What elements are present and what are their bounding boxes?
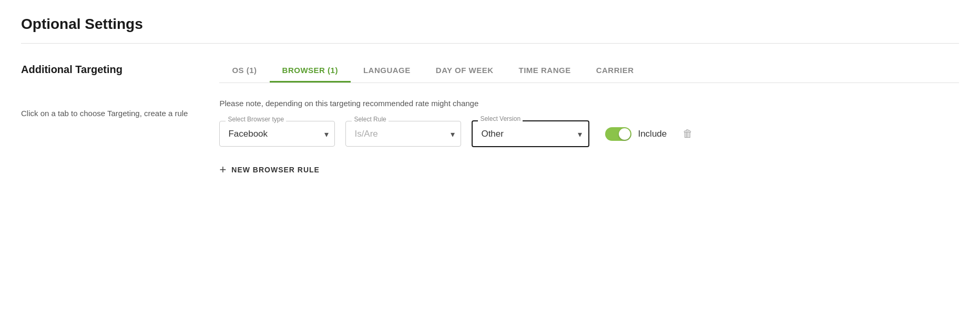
- add-browser-rule-button[interactable]: + NEW BROWSER RULE: [219, 163, 959, 177]
- include-label: Include: [638, 129, 667, 139]
- browser-type-select[interactable]: Facebook: [219, 121, 335, 147]
- hint-text: Please note, depending on this targeting…: [219, 99, 959, 108]
- add-rule-label: NEW BROWSER RULE: [231, 166, 320, 174]
- tab-time_range[interactable]: TIME RANGE: [506, 59, 583, 83]
- tab-browser[interactable]: BROWSER (1): [270, 59, 351, 83]
- add-icon: +: [219, 163, 226, 177]
- additional-targeting-label: Additional Targeting: [21, 59, 188, 76]
- rule-label: Select Rule: [352, 116, 388, 123]
- section-label-container: Additional Targeting Click on a tab to c…: [21, 59, 188, 120]
- tab-carrier[interactable]: CARRIER: [584, 59, 647, 83]
- tab-os[interactable]: OS (1): [219, 59, 269, 83]
- page-container: Optional Settings Additional Targeting C…: [0, 0, 980, 192]
- version-label: Select Version: [478, 115, 523, 122]
- version-select-outer[interactable]: Other ▾: [472, 120, 589, 147]
- rule-select[interactable]: Is/Are: [345, 121, 461, 147]
- include-toggle[interactable]: [605, 127, 631, 141]
- tabs-row: OS (1)BROWSER (1)LANGUAGEDAY OF WEEKTIME…: [219, 59, 959, 83]
- page-title: Optional Settings: [21, 16, 959, 44]
- delete-rule-button[interactable]: 🗑: [682, 128, 693, 140]
- version-wrapper: Select Version Other ▾: [472, 120, 589, 147]
- browser-type-label: Select Browser type: [226, 116, 286, 123]
- tab-language[interactable]: LANGUAGE: [351, 59, 423, 83]
- click-hint: Click on a tab to choose Targeting, crea…: [21, 107, 188, 120]
- toggle-include-row: Include: [605, 127, 667, 141]
- browser-type-wrapper: Select Browser type Facebook ▾: [219, 121, 335, 147]
- rule-wrapper: Select Rule Is/Are ▾: [345, 121, 461, 147]
- toggle-knob: [619, 128, 630, 140]
- tab-day_of_week[interactable]: DAY OF WEEK: [423, 59, 506, 83]
- version-select[interactable]: Other: [473, 121, 588, 146]
- rule-select-outer[interactable]: Is/Are ▾: [345, 121, 461, 147]
- browser-type-select-outer[interactable]: Facebook ▾: [219, 121, 335, 147]
- main-section: Additional Targeting Click on a tab to c…: [21, 59, 959, 177]
- targeting-content: OS (1)BROWSER (1)LANGUAGEDAY OF WEEKTIME…: [219, 59, 959, 177]
- rule-row: Select Browser type Facebook ▾ Select Ru…: [219, 120, 959, 147]
